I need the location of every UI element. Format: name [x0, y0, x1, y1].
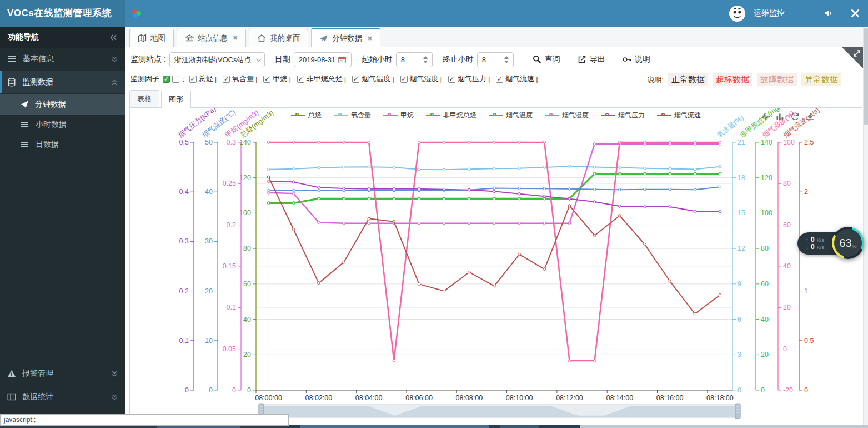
network-speed-widget[interactable]: ↑ 0 K/s ↓ 0 K/s 63 % [797, 232, 864, 255]
tab-table-view[interactable]: 表格 [129, 90, 159, 108]
data-point [493, 167, 496, 170]
expand-arrows-icon [852, 48, 862, 58]
page-scrollbar[interactable] [863, 27, 868, 428]
data-point [644, 141, 646, 144]
factor-item-2[interactable]: ✓甲烷| [263, 74, 294, 84]
start-hour-stepper[interactable]: 8 [396, 52, 433, 67]
data-point [468, 197, 471, 200]
y-tick-label: 140 [761, 138, 772, 146]
data-point [719, 165, 721, 168]
search-icon [533, 55, 541, 64]
y-tick-label: 40 [761, 316, 769, 324]
y-tick-label: 6 [737, 316, 741, 324]
checkbox-checked[interactable]: ✓ [352, 76, 359, 83]
checkbox-checked[interactable]: ✓ [223, 76, 230, 83]
station-select[interactable]: 浙江浙邦制药VOCs站点 [169, 52, 265, 67]
sidebar-item-basic-info[interactable]: 基本信息 [0, 48, 125, 70]
factor-item-1[interactable]: ✓氧含量| [223, 74, 261, 84]
data-point [318, 141, 320, 144]
sidebar-item-minute-data[interactable]: 分钟数据 [0, 94, 125, 115]
data-point [493, 197, 496, 200]
y-tick-label: 80 [761, 245, 769, 252]
legend-label: 总烃 [308, 111, 322, 120]
select-all-checkbox[interactable]: ✓ [163, 76, 170, 83]
bank-icon [185, 34, 194, 42]
y-tick-label: 20 [243, 351, 251, 359]
legend-item-6[interactable]: 烟气压力 [601, 111, 645, 120]
help-button[interactable]: 说明 [614, 53, 659, 66]
checkbox-checked[interactable]: ✓ [448, 76, 455, 83]
chart-canvas[interactable]: 00.10.20.30.40.5烟气压力(KPa)01020304050烟气温度… [130, 108, 863, 421]
data-point [618, 166, 621, 169]
user-menu[interactable]: 运维监控 [754, 8, 785, 18]
data-point [343, 141, 345, 144]
sidebar-item-alarm-management[interactable]: 报警管理 [0, 362, 125, 385]
tab-map[interactable]: 地图 [129, 29, 174, 47]
datazoom-handle[interactable] [735, 404, 740, 419]
data-point [318, 186, 320, 189]
data-point [292, 141, 295, 144]
data-point [593, 360, 596, 362]
factor-item-0[interactable]: ✓总烃| [189, 74, 220, 84]
factor-name: 总烃 [199, 74, 213, 84]
factor-item-5[interactable]: ✓烟气湿度| [400, 74, 446, 84]
legend-item-4[interactable]: 烟气温度 [489, 111, 533, 120]
y-tick-label: -20 [783, 386, 793, 394]
tab-site-info[interactable]: 站点信息 ✖ [177, 29, 246, 47]
select-none-checkbox[interactable] [172, 76, 179, 83]
factor-item-4[interactable]: ✓烟气温度| [352, 74, 398, 84]
export-button[interactable]: 导出 [569, 53, 614, 66]
sidebar-collapse-icon[interactable] [109, 34, 117, 41]
spinner-arrows-icon[interactable] [423, 56, 428, 63]
close-icon[interactable] [850, 9, 860, 18]
checkbox-checked[interactable]: ✓ [189, 76, 197, 83]
legend-item-5[interactable]: 烟气湿度 [545, 111, 589, 120]
y-tick-label: 0.1 [179, 337, 189, 345]
sidebar-item-monitor-data[interactable]: 监测数据 [0, 71, 125, 93]
bar-chart-icon[interactable] [775, 112, 785, 121]
legend-item-1[interactable]: 氧含量 [334, 111, 371, 120]
legend-item-3[interactable]: 非甲烷总烃 [426, 111, 476, 120]
restore-icon[interactable] [790, 112, 800, 121]
tab-close-icon[interactable]: ✖ [233, 34, 238, 42]
calendar-icon[interactable] [338, 56, 347, 64]
volume-icon[interactable] [824, 9, 834, 18]
end-hour-stepper[interactable]: 8 [477, 52, 514, 67]
factor-name: 烟气温度 [362, 74, 390, 84]
data-point [694, 210, 696, 213]
sidebar-item-day-data[interactable]: 日数据 [0, 135, 125, 155]
tab-close-icon[interactable]: ✖ [367, 35, 372, 42]
legend-item-2[interactable]: 甲烷 [383, 111, 414, 120]
factor-item-3[interactable]: ✓非甲烷总烃| [297, 74, 350, 84]
factor-item-7[interactable]: ✓烟气流速| [496, 74, 541, 84]
tab-chart-view[interactable]: 图形 [161, 91, 191, 108]
checkbox-checked[interactable]: ✓ [400, 76, 408, 83]
y-tick-label: 0.25 [223, 180, 236, 187]
spinner-arrows-icon[interactable] [504, 56, 509, 63]
download-icon[interactable] [805, 112, 815, 121]
data-point [543, 268, 546, 271]
legend-item-7[interactable]: 烟气流速 [657, 111, 701, 120]
checkbox-checked[interactable]: ✓ [297, 76, 304, 83]
scrollbar-thumb[interactable] [864, 28, 868, 125]
checkbox-checked[interactable]: ✓ [263, 76, 270, 83]
legend-item-0[interactable]: 总烃 [291, 111, 322, 120]
progress-circle[interactable]: 63 % [832, 227, 864, 259]
date-input[interactable]: 2019-08-31 [294, 52, 352, 67]
sidebar-item-data-statistics[interactable]: 数据统计 [0, 386, 125, 408]
line-chart-icon[interactable] [760, 112, 770, 121]
x-tick-label: 08:06:00 [405, 394, 433, 402]
data-point [267, 176, 270, 178]
x-tick-label: 08:10:00 [506, 394, 533, 402]
checkbox-checked[interactable]: ✓ [496, 76, 503, 83]
view-tabs: 表格 图形 [129, 90, 191, 108]
factor-item-6[interactable]: ✓烟气压力| [448, 74, 494, 84]
expand-corner-button[interactable] [842, 47, 864, 69]
avatar[interactable] [729, 5, 746, 22]
y-tick-label: 10 [205, 337, 213, 345]
query-button[interactable]: 查询 [524, 53, 569, 66]
sidebar-item-hour-data[interactable]: 小时数据 [0, 115, 125, 135]
tab-minute-data[interactable]: 分钟数据 ✖ [311, 28, 380, 47]
tab-my-desktop[interactable]: 我的桌面 [249, 29, 308, 47]
app-title: VOCs在线监测管理系统 [0, 0, 125, 27]
